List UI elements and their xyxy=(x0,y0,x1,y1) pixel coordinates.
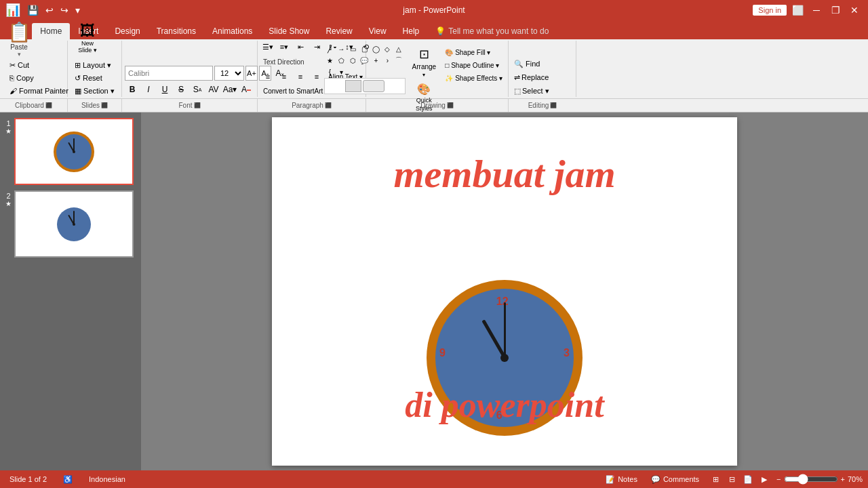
reset-button[interactable]: ↺ Reset xyxy=(72,72,117,84)
font-color-button[interactable]: A▬ xyxy=(239,82,254,97)
increase-indent-button[interactable]: ⇥ xyxy=(309,39,324,54)
ribbon-group-slides: 🖼 New Slide ▾ ⊞ Layout ▾ ↺ Reset ▦ Secti… xyxy=(68,41,122,97)
slide-canvas[interactable]: membuat jam 12 3 6 9 di powerpoint xyxy=(272,117,737,466)
convert-to-smartart-button[interactable]: Convert to SmartArt ▾ xyxy=(260,85,331,97)
new-slide-button[interactable]: 🖼 New Slide ▾ xyxy=(71,20,104,56)
tab-view[interactable]: View xyxy=(361,23,395,39)
shape-fill-button[interactable]: 🎨 Shape Fill ▾ xyxy=(442,46,505,58)
find-button[interactable]: 🔍 Find xyxy=(511,58,552,70)
tab-transitions[interactable]: Transitions xyxy=(149,23,204,39)
redo-icon[interactable]: ↪ xyxy=(58,3,71,17)
shape-rounded-rect[interactable]: ▢ xyxy=(359,43,370,54)
close-button[interactable]: ✕ xyxy=(846,3,863,17)
paragraph-label[interactable]: Paragraph ⬛ xyxy=(258,99,366,112)
align-left-button[interactable]: ≡ xyxy=(260,69,275,84)
font-expand-icon[interactable]: ⬛ xyxy=(194,102,201,108)
language-button[interactable]: Indonesian xyxy=(85,474,130,485)
shape-line[interactable]: ╱ xyxy=(324,43,335,54)
paste-button[interactable]: 📋 Paste ▾ xyxy=(4,21,34,58)
decrease-indent-button[interactable]: ⇤ xyxy=(293,39,308,54)
shape-plus[interactable]: + xyxy=(370,55,381,66)
reading-view-button[interactable]: 📄 xyxy=(741,472,755,486)
accessibility-button[interactable]: ♿ xyxy=(59,474,77,485)
save-icon[interactable]: 💾 xyxy=(24,3,41,17)
customize-icon[interactable]: ▾ xyxy=(73,3,83,17)
shapes-more[interactable]: ▾ xyxy=(336,66,347,77)
align-center-button[interactable]: ≡ xyxy=(277,69,292,84)
underline-button[interactable]: U xyxy=(157,82,172,97)
tab-review[interactable]: Review xyxy=(317,23,360,39)
bullets-button[interactable]: ☰▾ xyxy=(260,39,275,54)
slide-title[interactable]: membuat jam xyxy=(272,151,737,197)
slides-expand-icon[interactable]: ⬛ xyxy=(101,102,108,108)
paste-dropdown-icon[interactable]: ▾ xyxy=(18,51,21,58)
comments-button[interactable]: 💬 Comments xyxy=(647,474,703,485)
tab-design[interactable]: Design xyxy=(106,23,148,39)
restore-button[interactable]: ❐ xyxy=(827,3,844,17)
select-button[interactable]: ⬚ Select ▾ xyxy=(511,85,552,97)
slide-1-thumbnail[interactable] xyxy=(14,118,134,185)
char-spacing-button[interactable]: AV xyxy=(206,82,221,97)
font-label[interactable]: Font ⬛ xyxy=(122,99,258,112)
ribbon-display-icon[interactable]: ⬜ xyxy=(789,3,806,17)
shape-circle[interactable]: ◯ xyxy=(370,43,381,54)
arrange-button[interactable]: ⊡ Arrange ▾ xyxy=(408,43,439,81)
paragraph-expand-icon[interactable]: ⬛ xyxy=(325,102,332,108)
change-case-button[interactable]: Aa▾ xyxy=(222,82,237,97)
drawing-expand-icon[interactable]: ⬛ xyxy=(447,102,454,108)
shape-arc[interactable]: ⌒ xyxy=(393,55,404,66)
notes-button[interactable]: 📝 Notes xyxy=(601,474,642,485)
tab-home[interactable]: Home xyxy=(32,23,70,39)
shape-star[interactable]: ★ xyxy=(324,55,335,66)
shape-hexagon[interactable]: ⬡ xyxy=(347,55,358,66)
text-shadow-button[interactable]: SA xyxy=(190,82,205,97)
font-size-select[interactable]: 12141824 xyxy=(214,66,244,81)
slide-2-thumbnail[interactable] xyxy=(14,190,134,258)
shape-pentagon[interactable]: ⬠ xyxy=(336,55,347,66)
sign-in-button[interactable]: Sign in xyxy=(753,5,787,16)
zoom-minus[interactable]: − xyxy=(776,475,781,483)
zoom-plus[interactable]: + xyxy=(841,475,845,483)
shape-chevron[interactable]: › xyxy=(382,55,393,66)
cut-button[interactable]: ✂ Cut xyxy=(7,59,71,71)
align-right-button[interactable]: ≡ xyxy=(293,69,308,84)
tab-help[interactable]: Help xyxy=(395,23,428,39)
shape-diamond[interactable]: ◇ xyxy=(382,43,393,54)
copy-button[interactable]: ⎘ Copy xyxy=(7,72,71,84)
format-painter-button[interactable]: 🖌 Format Painter xyxy=(7,85,71,97)
slides-label[interactable]: Slides ⬛ xyxy=(68,99,122,112)
strikethrough-button[interactable]: S xyxy=(174,82,189,97)
tab-slideshow[interactable]: Slide Show xyxy=(260,23,317,39)
italic-button[interactable]: I xyxy=(141,82,156,97)
shape-arrow[interactable]: → xyxy=(336,43,347,54)
drawing-label[interactable]: Drawing ⬛ xyxy=(366,99,509,112)
justify-button[interactable]: ≡ xyxy=(309,69,324,84)
section-button[interactable]: ▦ Section ▾ xyxy=(72,85,117,97)
font-name-input[interactable] xyxy=(125,66,213,81)
zoom-slider[interactable] xyxy=(784,474,838,485)
minimize-button[interactable]: ─ xyxy=(808,3,825,17)
editing-expand-icon[interactable]: ⬛ xyxy=(550,102,557,108)
font-size-increase[interactable]: A+ xyxy=(245,66,258,81)
shape-callout[interactable]: 💬 xyxy=(359,55,370,66)
slide-sorter-button[interactable]: ⊟ xyxy=(725,472,738,486)
clipboard-expand-icon[interactable]: ⬛ xyxy=(45,102,52,108)
clipboard-label[interactable]: Clipboard ⬛ xyxy=(0,99,68,112)
undo-icon[interactable]: ↩ xyxy=(43,3,56,17)
layout-button[interactable]: ⊞ Layout ▾ xyxy=(72,59,117,71)
shape-triangle[interactable]: △ xyxy=(393,43,404,54)
tab-animations[interactable]: Animations xyxy=(204,23,260,39)
bold-button[interactable]: B xyxy=(125,82,140,97)
shape-brace[interactable]: { xyxy=(324,66,335,77)
shape-effects-button[interactable]: ✨ Shape Effects ▾ xyxy=(442,72,505,84)
slide-subtitle[interactable]: di powerpoint xyxy=(272,385,737,425)
slideshow-view-button[interactable]: ▶ xyxy=(757,472,771,486)
shape-outline-button[interactable]: □ Shape Outline ▾ xyxy=(442,59,505,71)
normal-view-button[interactable]: ⊞ xyxy=(709,472,722,486)
tab-search[interactable]: 💡 Tell me what you want to do xyxy=(427,23,557,39)
text-direction-label[interactable]: Text Direction xyxy=(260,56,307,68)
numbering-button[interactable]: ≡▾ xyxy=(277,39,292,54)
shape-rect[interactable]: ▭ xyxy=(347,43,358,54)
replace-button[interactable]: ⇌ Replace xyxy=(511,71,552,83)
editing-label[interactable]: Editing ⬛ xyxy=(509,99,576,112)
